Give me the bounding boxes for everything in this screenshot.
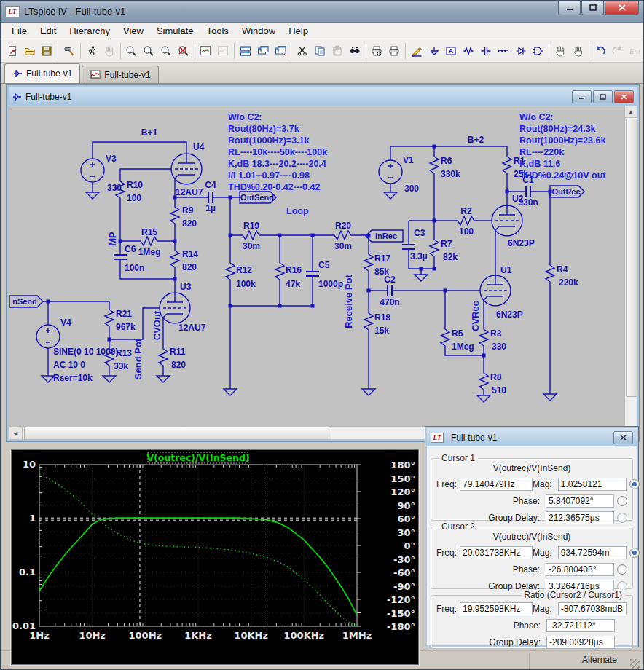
print-preview-icon[interactable] — [368, 42, 385, 60]
rotate-icon[interactable]: Em — [626, 42, 643, 60]
waveform-tab-icon — [90, 70, 101, 79]
zoom-pan-icon[interactable] — [140, 42, 157, 60]
tab-waveform[interactable]: Full-tube-v1 — [82, 66, 158, 83]
group-delay-label: Group Delay: — [488, 513, 540, 523]
place-inductor-icon[interactable] — [495, 42, 512, 60]
autorange-y-axis-icon[interactable] — [197, 42, 215, 60]
cursor1-mag-field[interactable] — [558, 478, 627, 491]
place-ground-icon[interactable] — [425, 42, 443, 60]
scroll-left-arrow[interactable]: ◄ — [9, 427, 23, 440]
schematic-label: R12 — [236, 265, 252, 275]
schematic-label: CVOut — [152, 310, 162, 340]
place-component-icon[interactable] — [530, 42, 547, 60]
redo-icon[interactable] — [609, 42, 627, 60]
new-schematic-icon[interactable] — [4, 42, 21, 60]
undo-icon[interactable] — [592, 42, 609, 60]
ratio-freq-field[interactable] — [460, 602, 533, 615]
svg-text:0°: 0° — [404, 540, 415, 551]
print-icon[interactable] — [385, 42, 403, 60]
open-file-icon[interactable] — [21, 42, 39, 60]
zoom-full-extents-icon[interactable] — [175, 42, 192, 60]
copy-icon[interactable] — [311, 42, 329, 60]
place-diode-icon[interactable] — [512, 42, 530, 60]
cursor2-mag-field[interactable] — [558, 546, 627, 559]
menu-view[interactable]: View — [117, 24, 150, 38]
menu-hierarchy[interactable]: Hierarchy — [63, 24, 117, 38]
cut-icon[interactable] — [294, 42, 311, 60]
menu-file[interactable]: File — [5, 24, 34, 38]
menu-tools[interactable]: Tools — [200, 24, 235, 38]
schematic-label: 330 — [107, 183, 122, 193]
tile-windows-icon[interactable] — [237, 42, 254, 60]
find-icon[interactable] — [346, 42, 364, 60]
cursor1-freq-field[interactable] — [460, 478, 533, 491]
menu-simulate[interactable]: Simulate — [150, 24, 200, 38]
svg-text:30°: 30° — [397, 527, 415, 538]
save-icon[interactable] — [39, 42, 56, 60]
zoom-out-icon[interactable] — [157, 42, 175, 60]
run-simulation-icon[interactable] — [83, 42, 101, 60]
cursor1-group-delay-radio[interactable] — [617, 513, 627, 523]
window-titlebar[interactable]: LT LTspice IV - Full-tube-v1 — [1, 1, 643, 23]
schematic-label: SINE(0 10 1000) — [53, 347, 118, 357]
vertical-scrollbar[interactable]: ▲ — [624, 106, 637, 427]
zoom-in-icon[interactable] — [123, 42, 141, 60]
control-panel-icon[interactable] — [60, 42, 78, 60]
mag-label: Mag: — [533, 604, 552, 614]
move-icon[interactable] — [551, 42, 569, 60]
plot-settings-icon[interactable] — [214, 42, 232, 60]
cursor1-group-delay-field[interactable] — [546, 511, 614, 524]
ltspice-logo-icon: LT — [5, 6, 20, 17]
resize-grip[interactable] — [630, 659, 640, 669]
place-resistor-icon[interactable] — [460, 42, 477, 60]
menu-help[interactable]: Help — [282, 24, 315, 38]
schematic-label: 30m — [334, 241, 352, 251]
dialog-close-button[interactable] — [613, 431, 633, 444]
vertical-scroll-thumb[interactable] — [626, 119, 637, 397]
cursor2-phase-field[interactable] — [546, 563, 614, 576]
cursor1-phase-radio[interactable] — [617, 496, 627, 506]
drag-icon[interactable] — [569, 42, 586, 60]
menu-window[interactable]: Window — [235, 24, 282, 38]
ratio-mag-field[interactable] — [558, 602, 627, 615]
schematic-label: Loop — [286, 206, 309, 216]
schematic-label: 6N23P — [496, 310, 523, 320]
menu-edit[interactable]: Edit — [34, 24, 63, 38]
svg-text:60°: 60° — [397, 513, 415, 524]
cursor2-mag-radio[interactable] — [629, 548, 640, 558]
cursor-dialog-titlebar[interactable]: LT Full-tube-v1 — [427, 428, 637, 446]
close-button[interactable] — [605, 1, 639, 15]
cursor-dialog-title: Full-tube-v1 — [451, 433, 612, 443]
child-maximize-button[interactable] — [593, 90, 613, 103]
waveform-plot[interactable]: 1010.10.01180°150°120°90°60°30°0°-30°-60… — [11, 449, 419, 665]
arrange-windows-icon[interactable] — [272, 42, 289, 60]
group-delay-label: Group Delay: — [489, 637, 541, 647]
place-capacitor-icon[interactable] — [477, 42, 495, 60]
schematic-label: U3 — [180, 282, 192, 292]
schematic-label: R15 — [141, 227, 157, 237]
minimize-button[interactable] — [558, 1, 581, 15]
cursor2-freq-field[interactable] — [460, 546, 533, 559]
place-net-label-icon[interactable]: A — [443, 42, 460, 60]
child-close-button[interactable] — [614, 90, 634, 103]
horizontal-scroll-thumb[interactable] — [24, 427, 331, 440]
plot-title[interactable]: V(outrec)/V(InSend) — [146, 452, 249, 463]
tab-schematic[interactable]: Full-tube-v1 — [4, 63, 80, 83]
cascade-windows-icon[interactable] — [254, 42, 272, 60]
draw-wire-icon[interactable] — [408, 42, 425, 60]
schematic-window-titlebar[interactable]: Full-tube-v1 — [9, 87, 637, 106]
svg-text:A: A — [449, 47, 454, 55]
schematic-canvas[interactable]: B+1V3330U412AU7R10100MPR151MegR9820R1482… — [9, 106, 625, 427]
halt-simulation-icon[interactable] — [101, 42, 118, 60]
ratio-group-delay-field[interactable] — [546, 636, 615, 649]
schematic-label: K,dB 18.3---20.2----20.4 — [228, 159, 326, 169]
ratio-phase-field[interactable] — [546, 619, 615, 632]
cursor-dialog: LT Full-tube-v1 Cursor 1 V(outrec)/V(InS… — [425, 426, 639, 647]
cursor1-mag-radio[interactable] — [629, 479, 640, 489]
cursor1-phase-field[interactable] — [546, 494, 614, 508]
scroll-up-arrow[interactable]: ▲ — [625, 106, 637, 118]
child-minimize-button[interactable] — [572, 90, 592, 103]
paste-icon[interactable] — [329, 42, 346, 60]
maximize-button[interactable] — [581, 1, 604, 15]
cursor2-phase-radio[interactable] — [617, 564, 627, 575]
